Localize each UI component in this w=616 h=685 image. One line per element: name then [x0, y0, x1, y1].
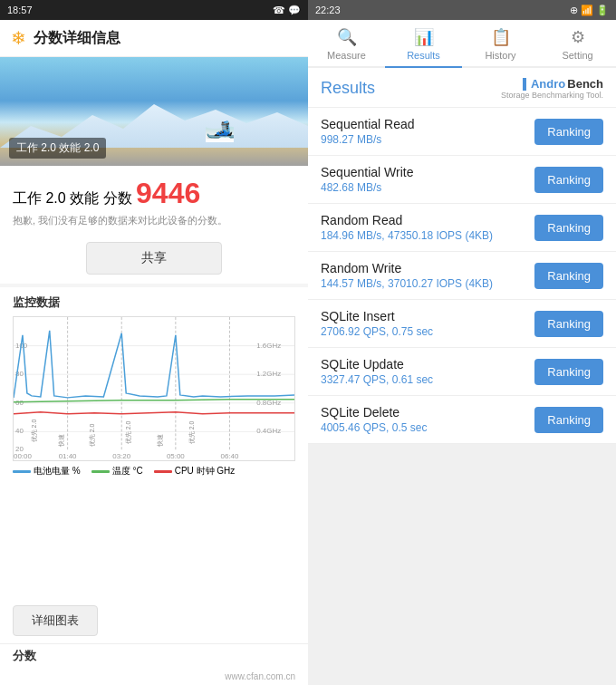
result-item-sqlite-update: SQLite Update 3327.47 QPS, 0.61 sec Rank… [308, 348, 616, 396]
svg-text:优先 2.0: 优先 2.0 [125, 421, 131, 445]
header-left: ❄ 分数详细信息 [0, 20, 308, 57]
result-name-sequential-write: Sequential Write [321, 165, 413, 179]
svg-text:01:40: 01:40 [59, 452, 77, 460]
ranking-btn-sqlite-delete[interactable]: Ranking [534, 407, 603, 433]
tab-measure[interactable]: 🔍 Measure [308, 20, 385, 66]
hero-image: 🎿 工作 2.0 效能 2.0 [0, 57, 308, 166]
measure-icon: 🔍 [337, 27, 357, 47]
svg-text:1.6GHz: 1.6GHz [256, 342, 281, 350]
tab-setting[interactable]: ⚙ Setting [539, 20, 616, 66]
svg-text:优先 2.0: 优先 2.0 [89, 424, 95, 448]
score-label: 工作 2.0 效能 分数 9446 [13, 177, 295, 210]
result-value-sequential-write: 482.68 MB/s [321, 181, 413, 194]
tab-results-label: Results [407, 50, 440, 61]
ranking-btn-random-read[interactable]: Ranking [534, 215, 603, 241]
result-info-sqlite-insert: SQLite Insert 2706.92 QPS, 0.75 sec [321, 309, 433, 338]
result-value-sqlite-insert: 2706.92 QPS, 0.75 sec [321, 325, 433, 338]
result-info-random-read: Random Read 184.96 MB/s, 47350.18 IOPS (… [321, 213, 493, 242]
watermark: www.cfan.com.cn [0, 670, 308, 685]
result-value-sqlite-update: 3327.47 QPS, 0.61 sec [321, 373, 433, 386]
legend-battery: 电池电量 % [13, 465, 81, 478]
status-bar-right: 22:23 ⊕ 📶 🔋 [308, 0, 616, 20]
result-name-sequential-read: Sequential Read [321, 117, 415, 131]
detail-btn-section: 详细图表 [0, 598, 308, 643]
score-value: 9446 [136, 177, 200, 209]
svg-text:00:00: 00:00 [14, 452, 32, 460]
svg-text:快速: 快速 [58, 434, 64, 448]
tab-measure-label: Measure [327, 50, 366, 61]
result-item-sequential-write: Sequential Write 482.68 MB/s Ranking [308, 156, 616, 204]
tab-history-label: History [485, 50, 515, 61]
svg-text:0.4GHz: 0.4GHz [256, 427, 281, 435]
score-section: 工作 2.0 效能 分数 9446 抱歉, 我们没有足够的数据来对比此设备的分数… [0, 166, 308, 233]
svg-text:40: 40 [15, 427, 24, 435]
result-value-sequential-read: 998.27 MB/s [321, 133, 415, 146]
tab-setting-label: Setting [562, 50, 592, 61]
results-list: Sequential Read 998.27 MB/s Ranking Sequ… [308, 108, 616, 685]
result-name-random-read: Random Read [321, 213, 493, 227]
ranking-btn-sequential-write[interactable]: Ranking [534, 167, 603, 193]
ranking-btn-sequential-read[interactable]: Ranking [534, 119, 603, 145]
bottom-score: 分数 [0, 643, 308, 670]
share-button[interactable]: 共享 [86, 242, 222, 275]
legend-temp: 温度 °C [91, 465, 143, 478]
results-heading: Results [321, 79, 375, 98]
svg-text:优先 2.0: 优先 2.0 [31, 420, 37, 443]
androbench-logo: AndroBench Storage Benchmarking Tool. [501, 77, 603, 100]
result-item-sequential-read: Sequential Read 998.27 MB/s Ranking [308, 108, 616, 156]
history-icon: 📋 [491, 27, 511, 47]
time-right: 22:23 [315, 5, 341, 15]
left-panel: 18:57 ☎ 💬 ❄ 分数详细信息 🎿 工作 2.0 效能 2.0 工作 2.… [0, 0, 308, 685]
setting-icon: ⚙ [571, 27, 585, 47]
ranking-btn-sqlite-update[interactable]: Ranking [534, 359, 603, 385]
status-bar-left: 18:57 ☎ 💬 [0, 0, 308, 20]
logo-bar [523, 78, 526, 91]
result-value-random-read: 184.96 MB/s, 47350.18 IOPS (4KB) [321, 229, 493, 242]
svg-text:06:40: 06:40 [221, 452, 239, 460]
result-item-sqlite-insert: SQLite Insert 2706.92 QPS, 0.75 sec Rank… [308, 300, 616, 348]
detail-button[interactable]: 详细图表 [13, 605, 98, 636]
tab-history[interactable]: 📋 History [462, 20, 539, 66]
page-title: 分数详细信息 [34, 29, 120, 48]
logo-bench: Bench [567, 77, 603, 91]
chart-area: 100 80 60 40 20 1.6GHz 1.2GHz 0.8GHz 0.4… [13, 316, 295, 461]
ranking-btn-sqlite-insert[interactable]: Ranking [534, 311, 603, 337]
monitor-title: 监控数据 [13, 294, 295, 311]
chart-svg: 100 80 60 40 20 1.6GHz 1.2GHz 0.8GHz 0.4… [14, 317, 294, 460]
result-info-sqlite-update: SQLite Update 3327.47 QPS, 0.61 sec [321, 357, 433, 386]
svg-text:1.2GHz: 1.2GHz [256, 370, 281, 378]
results-header: Results AndroBench Storage Benchmarking … [308, 68, 616, 108]
monitor-section: 监控数据 100 80 60 40 20 1.6GHz 1.2GHz 0.8GH… [0, 287, 308, 598]
temp-color [91, 470, 110, 473]
logo-andro: Andro [531, 77, 565, 91]
cpu-color [154, 470, 172, 473]
result-name-sqlite-update: SQLite Update [321, 357, 433, 371]
score-sub: 抱歉, 我们没有足够的数据来对比此设备的分数。 [13, 214, 295, 227]
chart-legend: 电池电量 % 温度 °C CPU 时钟 GHz [13, 465, 295, 478]
result-item-sqlite-delete: SQLite Delete 4005.46 QPS, 0.5 sec Ranki… [308, 396, 616, 444]
svg-text:快速: 快速 [157, 434, 163, 448]
tab-results[interactable]: 📊 Results [385, 20, 462, 68]
share-btn-section: 共享 [0, 233, 308, 284]
result-info-sequential-read: Sequential Read 998.27 MB/s [321, 117, 415, 146]
legend-cpu: CPU 时钟 GHz [154, 465, 236, 478]
svg-text:03:20: 03:20 [112, 452, 130, 460]
battery-color [13, 470, 31, 473]
logo-sub: Storage Benchmarking Tool. [501, 91, 603, 100]
icons-left: ☎ 💬 [273, 5, 301, 16]
hero-badge: 工作 2.0 效能 2.0 [9, 138, 106, 159]
result-item-random-write: Random Write 144.57 MB/s, 37010.27 IOPS … [308, 252, 616, 300]
results-icon: 📊 [414, 27, 434, 47]
tab-bar: 🔍 Measure 📊 Results 📋 History ⚙ Setting [308, 20, 616, 68]
result-info-sqlite-delete: SQLite Delete 4005.46 QPS, 0.5 sec [321, 405, 427, 434]
svg-text:05:00: 05:00 [167, 452, 185, 460]
svg-text:优先 2.0: 优先 2.0 [188, 421, 195, 445]
icons-right: ⊕ 📶 🔋 [570, 5, 609, 16]
skier-icon: 🎿 [204, 113, 236, 143]
result-info-sequential-write: Sequential Write 482.68 MB/s [321, 165, 413, 194]
result-name-sqlite-insert: SQLite Insert [321, 309, 433, 323]
result-name-sqlite-delete: SQLite Delete [321, 405, 427, 420]
right-panel: 22:23 ⊕ 📶 🔋 🔍 Measure 📊 Results 📋 Histor… [308, 0, 616, 685]
ranking-btn-random-write[interactable]: Ranking [534, 263, 603, 289]
time-left: 18:57 [7, 5, 33, 15]
